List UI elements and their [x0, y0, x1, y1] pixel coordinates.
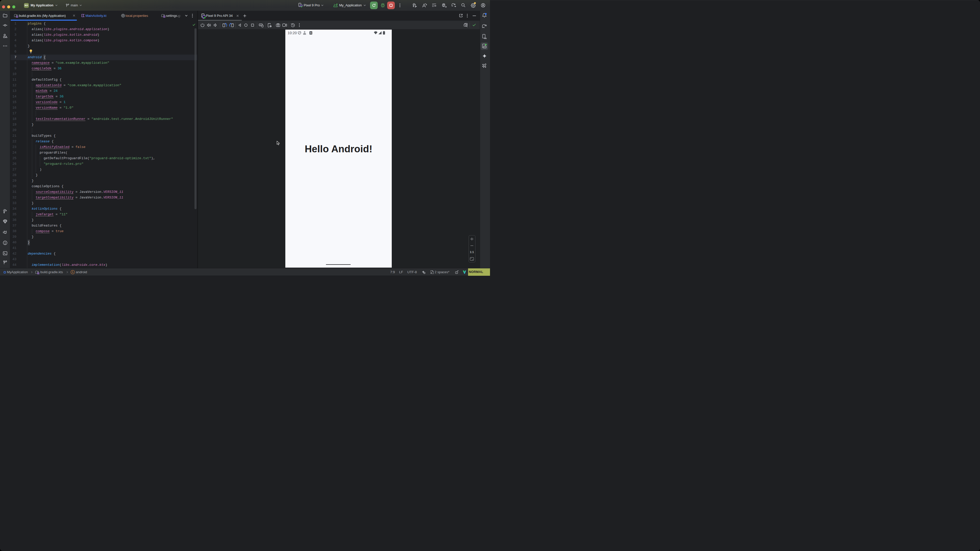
- svg-text:A: A: [310, 32, 312, 34]
